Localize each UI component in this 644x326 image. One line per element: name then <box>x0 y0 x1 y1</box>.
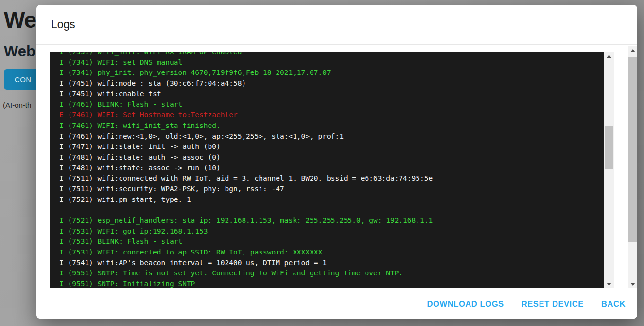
log-output[interactable]: I (7331) wifi_init: WiFi RX IRAM OP enab… <box>50 52 604 288</box>
log-scrollbar-thumb[interactable] <box>605 126 613 169</box>
log-line: I (7461) wifi:new:<1,0>, old:<1,0>, ap:<… <box>59 131 433 142</box>
dialog-footer: DOWNLOAD LOGSRESET DEVICEBACK <box>36 289 637 319</box>
log-line: I (7481) wifi:state: auth -> assoc (0) <box>59 152 433 163</box>
arrow-up-icon <box>630 49 635 52</box>
arrow-up-icon <box>607 55 611 58</box>
log-line: I (7521) wifi:pm start, type: 1 <box>59 195 433 205</box>
log-line: I (9551) SNTP: Initializing SNTP <box>59 279 433 288</box>
log-line: I (7341) WIFI: set DNS manual <box>59 57 433 68</box>
log-line: I (7461) BLINK: Flash - start <box>59 99 433 110</box>
dialog-header: Logs <box>36 5 637 45</box>
arrow-down-icon <box>607 283 611 286</box>
background-page-subtitle: Web <box>4 43 35 60</box>
log-lines: I (7331) wifi_init: WiFi RX IRAM OP enab… <box>59 52 433 288</box>
log-line: I (7461) WIFI: wifi_init_sta finished. <box>59 121 433 131</box>
log-line: I (7481) wifi:state: assoc -> run (10) <box>59 163 433 174</box>
log-line: I (7451) wifi:enable tsf <box>59 89 433 100</box>
log-line: I (7471) wifi:state: init -> auth (b0) <box>59 142 433 152</box>
logs-dialog: Logs I (7331) wifi_init: WiFi RX IRAM OP… <box>36 5 637 319</box>
log-line: I (9551) SNTP: Time is not set yet. Conn… <box>59 268 433 279</box>
dialog-scrollbar[interactable] <box>628 46 637 288</box>
log-line: I (7531) WIFI: connected to ap SSID: RW … <box>59 247 433 258</box>
log-scroll-down-button[interactable] <box>604 280 614 288</box>
log-line <box>59 205 433 216</box>
log-line: I (7341) phy_init: phy_version 4670,719f… <box>59 68 433 78</box>
log-line: I (7541) wifi:AP's beacon interval = 102… <box>59 258 433 269</box>
log-line: E (7461) WIFI: Set Hostname to:Testzaehl… <box>59 110 433 121</box>
dialog-scrollbar-thumb[interactable] <box>628 57 637 242</box>
log-line: I (7521) esp_netif_handlers: sta ip: 192… <box>59 216 433 226</box>
log-line: I (7451) wifi:mode : sta (30:c6:f7:04:a4… <box>59 78 433 89</box>
dialog-scroll-up-button[interactable] <box>628 46 637 54</box>
download-logs-button[interactable]: DOWNLOAD LOGS <box>427 299 504 308</box>
log-line: I (7511) wifi:connected with RW IoT, aid… <box>59 173 433 184</box>
log-line: I (7531) WIFI: got ip:192.168.1.153 <box>59 226 433 237</box>
background-page-title: We <box>4 7 36 33</box>
dialog-title: Logs <box>51 18 75 31</box>
arrow-down-icon <box>630 283 635 286</box>
log-line: I (7331) wifi_init: WiFi RX IRAM OP enab… <box>59 52 433 57</box>
reset-device-button[interactable]: RESET DEVICE <box>522 299 584 308</box>
log-line: I (7531) BLINK: Flash - start <box>59 236 433 247</box>
log-line: I (7511) wifi:security: WPA2-PSK, phy: b… <box>59 184 433 195</box>
dialog-scroll-down-button[interactable] <box>628 280 637 288</box>
back-button[interactable]: BACK <box>601 299 626 308</box>
background-page-description: (AI-on-th <box>3 101 31 109</box>
log-scrollbar[interactable] <box>604 52 614 288</box>
log-scroll-up-button[interactable] <box>604 52 614 60</box>
